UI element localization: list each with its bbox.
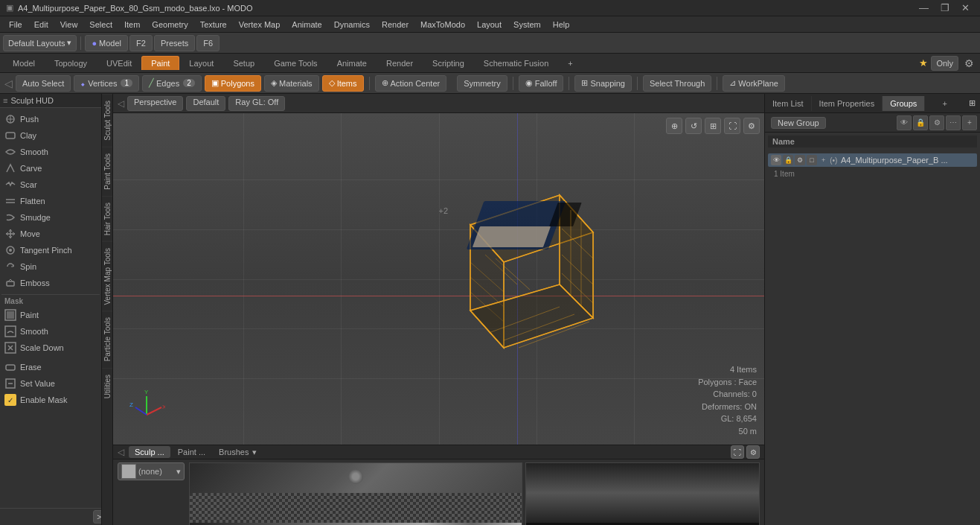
menu-view[interactable]: View: [54, 19, 84, 31]
rp-icon-lock[interactable]: 🔒: [913, 115, 928, 130]
tab-schematic-fusion[interactable]: Schematic Fusion: [474, 56, 558, 70]
vtab-sculpt-tools[interactable]: Sculpt Tools: [102, 94, 112, 147]
none-selector[interactable]: (none) ▾: [118, 462, 185, 480]
rp-icon-eye[interactable]: 👁: [897, 115, 912, 130]
tool-tangent-pinch[interactable]: Tangent Pinch: [1, 242, 100, 258]
vtab-paint-tools[interactable]: Paint Tools: [102, 147, 112, 196]
mask-tool-scale-down[interactable]: Scale Down: [1, 340, 100, 356]
viewport-settings-btn[interactable]: ⚙: [743, 118, 760, 134]
tool-clay[interactable]: Clay: [1, 127, 100, 144]
item-eye-btn[interactable]: 👁: [771, 155, 781, 165]
vtab-vertex-map-tools[interactable]: Vertex Map Tools: [102, 241, 112, 311]
f6-btn[interactable]: F6: [196, 35, 220, 51]
action-center-btn[interactable]: ⊕ Action Center: [375, 75, 447, 92]
menu-select[interactable]: Select: [83, 19, 118, 31]
tool-carve[interactable]: Carve: [1, 160, 100, 176]
title-controls[interactable]: — ❐ ✕: [915, 2, 974, 13]
tool-flatten[interactable]: Flatten: [1, 193, 100, 209]
tool-push[interactable]: Push: [1, 111, 100, 127]
vtab-hair-tools[interactable]: Hair Tools: [102, 196, 112, 241]
menu-render[interactable]: Render: [376, 19, 414, 31]
presets-btn[interactable]: Presets: [154, 35, 195, 51]
mask-tool-paint[interactable]: Paint: [1, 307, 100, 323]
falloff-btn[interactable]: ◉ Falloff: [519, 75, 564, 92]
btab-settings-icon[interactable]: ⚙: [746, 445, 760, 459]
menu-file[interactable]: File: [3, 19, 28, 31]
materials-btn[interactable]: ◈ Materials: [264, 75, 319, 92]
btabs-nav-back[interactable]: ◁: [118, 447, 124, 457]
viewport-rotate-btn[interactable]: ↺: [685, 118, 702, 134]
tab-paint[interactable]: Paint: [141, 56, 179, 70]
menu-geometry[interactable]: Geometry: [146, 19, 193, 31]
tool-smudge[interactable]: Smudge: [1, 209, 100, 226]
auto-select-btn[interactable]: Auto Select: [16, 75, 71, 92]
perspective-btn[interactable]: Perspective: [127, 96, 183, 111]
rpanel-expand-btn[interactable]: ⊞: [964, 95, 980, 111]
tab-animate[interactable]: Animate: [327, 56, 377, 70]
tab-topology[interactable]: Topology: [45, 56, 97, 70]
maximize-button[interactable]: ❐: [936, 2, 954, 13]
btab-brushes[interactable]: Brushes ▾: [213, 446, 263, 459]
menu-maxtomodo[interactable]: MaxToModo: [414, 19, 471, 31]
menu-dynamics[interactable]: Dynamics: [328, 19, 376, 31]
viewport-canvas[interactable]: +2: [113, 113, 764, 445]
rpanel-tab-item-list[interactable]: Item List: [765, 96, 812, 111]
vertices-btn[interactable]: ⬥ Vertices 1: [74, 75, 139, 92]
menu-layout[interactable]: Layout: [471, 19, 507, 31]
settings-icon[interactable]: ⚙: [961, 57, 977, 69]
tab-render[interactable]: Render: [377, 56, 423, 70]
viewport-fit-btn[interactable]: ⊕: [666, 118, 682, 134]
select-through-btn[interactable]: Select Through: [643, 75, 711, 92]
viewport-zoom-btn[interactable]: ⊞: [705, 118, 721, 134]
snapping-btn[interactable]: ⊞ Snapping: [574, 75, 632, 92]
only-btn[interactable]: Only: [931, 56, 958, 71]
menu-item[interactable]: Item: [118, 19, 146, 31]
tool-scar[interactable]: Scar: [1, 176, 100, 193]
polygons-btn[interactable]: ▣ Polygons: [205, 75, 261, 92]
tab-layout[interactable]: Layout: [179, 56, 223, 70]
menu-texture[interactable]: Texture: [194, 19, 233, 31]
items-btn[interactable]: ◇ Items: [322, 75, 364, 92]
tab-game-tools[interactable]: Game Tools: [264, 56, 327, 70]
menu-animate[interactable]: Animate: [286, 19, 327, 31]
btab-paint[interactable]: Paint ...: [172, 446, 211, 458]
menu-edit[interactable]: Edit: [28, 19, 54, 31]
tool-set-value[interactable]: Set Value: [1, 375, 100, 392]
item-lock-btn[interactable]: 🔒: [783, 155, 793, 165]
tab-uvedit[interactable]: UVEdit: [97, 56, 141, 70]
menu-system[interactable]: System: [507, 19, 547, 31]
rpanel-tab-groups[interactable]: Groups: [883, 96, 925, 111]
new-group-btn[interactable]: New Group: [771, 117, 826, 129]
vtab-utilities[interactable]: Utilities: [102, 368, 112, 404]
default-btn[interactable]: Default: [186, 96, 225, 111]
tab-add[interactable]: +: [558, 56, 582, 70]
tool-emboss[interactable]: Emboss: [1, 275, 100, 291]
rpanel-tab-item-properties[interactable]: Item Properties: [812, 96, 883, 111]
viewport-expand-btn[interactable]: ⛶: [724, 118, 740, 134]
minimize-button[interactable]: —: [915, 2, 933, 13]
tool-enable-mask[interactable]: ✓ Enable Mask: [1, 392, 100, 408]
close-button[interactable]: ✕: [957, 2, 974, 13]
tab-scripting[interactable]: Scripting: [423, 56, 474, 70]
tool-move[interactable]: Move: [1, 226, 100, 242]
tool-erase[interactable]: Erase: [1, 359, 100, 375]
edges-btn[interactable]: ╱ Edges 2: [142, 75, 202, 92]
menu-vertex-map[interactable]: Vertex Map: [233, 19, 286, 31]
item-add-icon[interactable]: +: [822, 156, 825, 164]
vtab-particle-tools[interactable]: Particle Tools: [102, 311, 112, 367]
mask-tool-smooth[interactable]: Smooth: [1, 323, 100, 340]
ray-gl-btn[interactable]: Ray GL: Off: [228, 96, 285, 111]
viewport[interactable]: ◁ Perspective Default Ray GL: Off: [113, 94, 764, 525]
layout-dropdown[interactable]: Default Layouts ▾: [3, 35, 77, 51]
item-options-btn[interactable]: ⚙: [795, 155, 805, 165]
model-mode-btn[interactable]: ● Model: [85, 35, 128, 51]
symmetry-btn[interactable]: Symmetry: [457, 75, 507, 92]
sub-toolbar-back-btn[interactable]: ◁: [4, 77, 13, 89]
rp-icon-more[interactable]: ⋯: [946, 115, 961, 130]
rpanel-add-btn[interactable]: +: [936, 96, 952, 111]
f2-btn[interactable]: F2: [129, 35, 153, 51]
rp-icon-settings[interactable]: ⚙: [929, 115, 944, 130]
btab-sculpt[interactable]: Sculp ...: [129, 446, 170, 458]
tool-smooth[interactable]: Smooth: [1, 144, 100, 160]
tool-spin[interactable]: Spin: [1, 258, 100, 275]
